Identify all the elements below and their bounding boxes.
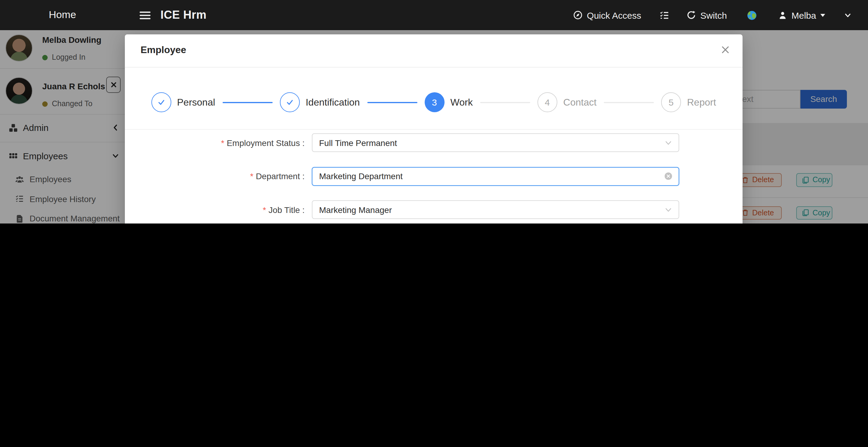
work-form: *Employment Status : Full Time Permanent…	[125, 133, 743, 224]
job-title-select[interactable]: Marketing Manager	[312, 200, 679, 219]
person-icon	[778, 10, 787, 20]
switch-label: Switch	[700, 10, 727, 20]
quick-access-button[interactable]: Quick Access	[573, 10, 641, 20]
close-icon	[720, 44, 731, 55]
modal-close-button[interactable]	[720, 44, 731, 55]
quick-access-label: Quick Access	[587, 10, 641, 20]
caret-down-icon	[820, 13, 825, 17]
compass-icon	[573, 10, 583, 20]
home-link[interactable]: Home	[0, 9, 125, 21]
employment-status-label: *Employment Status :	[125, 138, 305, 148]
department-label: *Department :	[125, 171, 305, 181]
modal-title: Employee	[141, 44, 186, 55]
check-icon	[156, 97, 166, 108]
step-connector	[222, 102, 272, 103]
required-mark: *	[263, 205, 266, 214]
wizard-steps: Personal Identification 3 Work 4 Contact…	[125, 67, 743, 130]
step-contact[interactable]: 4 Contact	[537, 92, 596, 112]
form-row: *Employment Status : Full Time Permanent	[125, 133, 743, 152]
clear-icon[interactable]	[664, 172, 673, 180]
step-connector	[604, 102, 654, 103]
required-mark: *	[221, 138, 224, 148]
check-icon	[284, 97, 294, 108]
step-connector	[367, 102, 417, 103]
chevron-down-icon[interactable]	[844, 11, 852, 19]
switch-button[interactable]: Switch	[686, 10, 727, 20]
step-personal[interactable]: Personal	[151, 92, 215, 112]
step-identification[interactable]: Identification	[280, 92, 360, 112]
step-work[interactable]: 3 Work	[424, 92, 473, 112]
checklist-icon[interactable]	[659, 10, 670, 20]
app-window: Home ICE Hrm Quick Access Switch Melba	[0, 0, 868, 224]
required-mark: *	[250, 171, 253, 181]
modal-header: Employee	[125, 34, 743, 67]
app-brand: ICE Hrm	[160, 8, 207, 22]
step-connector	[480, 102, 530, 103]
department-input[interactable]: Marketing Department	[312, 167, 679, 185]
top-navbar: Home ICE Hrm Quick Access Switch Melba	[0, 0, 868, 30]
form-row: *Department : Marketing Department	[125, 167, 743, 185]
step-report[interactable]: 5 Report	[661, 92, 716, 112]
employee-modal: Employee Personal Identification 3 Work	[125, 34, 743, 224]
globe-language-icon[interactable]	[747, 10, 757, 20]
job-title-label: *Job Title :	[125, 205, 305, 214]
form-row: *Job Title : Marketing Manager	[125, 200, 743, 219]
chevron-down-icon	[664, 139, 673, 147]
hamburger-menu-icon[interactable]	[139, 9, 151, 22]
switch-refresh-icon	[686, 10, 696, 20]
user-menu-label: Melba	[792, 10, 816, 20]
user-menu[interactable]: Melba	[778, 10, 825, 20]
chevron-down-icon	[664, 205, 673, 214]
employment-status-select[interactable]: Full Time Permanent	[312, 133, 679, 152]
